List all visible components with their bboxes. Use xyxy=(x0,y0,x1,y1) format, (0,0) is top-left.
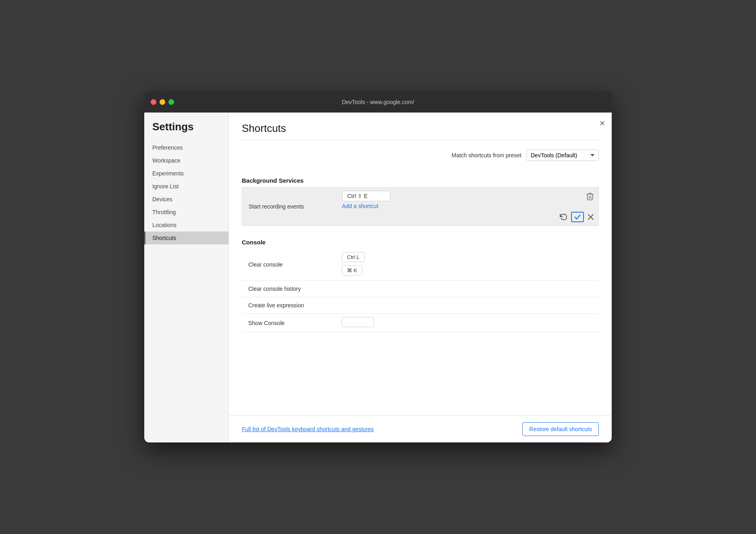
shortcut-keys-cell: Ctrl L ⌘ K xyxy=(339,249,562,281)
edit-action-row xyxy=(558,204,595,222)
console-section: Console xyxy=(242,234,599,249)
shortcut-label: Clear console xyxy=(242,249,339,281)
key-input[interactable]: Ctrl ⇧ E xyxy=(342,191,390,201)
background-services-section: Background Services xyxy=(242,172,599,187)
content-area: ✕ Shortcuts Match shortcuts from preset … xyxy=(229,113,612,415)
close-window-button[interactable] xyxy=(151,99,156,105)
bottom-bar: Full list of DevTools keyboard shortcuts… xyxy=(229,415,612,442)
maximize-window-button[interactable] xyxy=(168,99,174,105)
shortcut-actions-cell xyxy=(562,314,599,332)
confirm-shortcut-button[interactable] xyxy=(571,212,584,222)
restore-defaults-button[interactable]: Restore default shortcuts xyxy=(522,422,599,436)
minimize-window-button[interactable] xyxy=(160,99,165,105)
delete-shortcut-button[interactable] xyxy=(585,191,595,202)
shortcut-actions-cell xyxy=(562,249,599,281)
cancel-shortcut-button[interactable] xyxy=(586,213,595,221)
console-table: Clear console Ctrl L ⌘ K Clear c xyxy=(242,249,599,332)
undo-icon xyxy=(560,214,567,220)
shortcut-label: Clear console history xyxy=(242,281,339,297)
shortcut-keys-cell xyxy=(339,297,562,314)
table-row: Show Console xyxy=(242,314,599,332)
shortcut-keys-cell: Ctrl ⇧ E Add a shortcut xyxy=(339,188,484,226)
shortcut-label: Start recording events xyxy=(242,188,339,226)
sidebar-item-workspace[interactable]: Workspace xyxy=(144,154,228,167)
main-content: Settings Preferences Workspace Experimen… xyxy=(144,113,612,442)
sidebar-item-preferences[interactable]: Preferences xyxy=(144,141,228,154)
sidebar-item-experiments[interactable]: Experiments xyxy=(144,167,228,180)
keys-column: Ctrl L ⌘ K xyxy=(342,252,559,277)
sidebar: Settings Preferences Workspace Experimen… xyxy=(144,113,229,442)
cancel-icon xyxy=(588,214,594,220)
titlebar: DevTools - www.google.com/ xyxy=(144,92,612,113)
shortcut-actions-cell xyxy=(562,281,599,297)
shortcut-keys-cell xyxy=(339,281,562,297)
table-row: Clear console history xyxy=(242,281,599,297)
delete-icon xyxy=(586,192,594,200)
console-title: Console xyxy=(242,239,599,246)
devtools-window: DevTools - www.google.com/ Settings Pref… xyxy=(144,92,612,442)
key-badge: Ctrl L xyxy=(342,252,365,262)
sidebar-heading: Settings xyxy=(144,121,228,141)
add-shortcut-link[interactable]: Add a shortcut xyxy=(342,203,378,209)
undo-shortcut-button[interactable] xyxy=(558,212,569,222)
close-button[interactable]: ✕ xyxy=(599,119,605,128)
shortcut-label: Show Console xyxy=(242,314,339,332)
background-services-table: Start recording events Ctrl ⇧ E Add a sh… xyxy=(242,187,599,226)
key-badge: ⌘ K xyxy=(342,265,362,275)
checkmark-icon xyxy=(574,214,581,220)
shortcut-keys-cell xyxy=(339,314,562,332)
sidebar-item-ignore-list[interactable]: Ignore List xyxy=(144,180,228,193)
table-row: Clear console Ctrl L ⌘ K xyxy=(242,249,599,281)
traffic-lights xyxy=(151,99,174,105)
sidebar-item-shortcuts[interactable]: Shortcuts xyxy=(144,232,228,244)
preset-select[interactable]: DevTools (Default) Visual Studio Code xyxy=(526,150,599,161)
sidebar-item-devices[interactable]: Devices xyxy=(144,193,228,206)
sidebar-item-throttling[interactable]: Throttling xyxy=(144,206,228,219)
background-services-title: Background Services xyxy=(242,177,599,184)
table-row: Start recording events Ctrl ⇧ E Add a sh… xyxy=(242,188,599,226)
title-divider xyxy=(242,140,599,140)
full-list-link[interactable]: Full list of DevTools keyboard shortcuts… xyxy=(242,426,374,432)
shortcut-actions-cell xyxy=(483,188,598,226)
window-title: DevTools - www.google.com/ xyxy=(342,99,414,105)
key-badge xyxy=(342,317,374,327)
sidebar-item-locations[interactable]: Locations xyxy=(144,219,228,232)
page-title: Shortcuts xyxy=(242,122,599,135)
shortcut-actions-cell xyxy=(562,297,599,314)
shortcut-label: Create live expression xyxy=(242,297,339,314)
table-row: Create live expression xyxy=(242,297,599,314)
preset-label: Match shortcuts from preset xyxy=(451,152,521,159)
preset-row: Match shortcuts from preset DevTools (De… xyxy=(242,150,599,161)
